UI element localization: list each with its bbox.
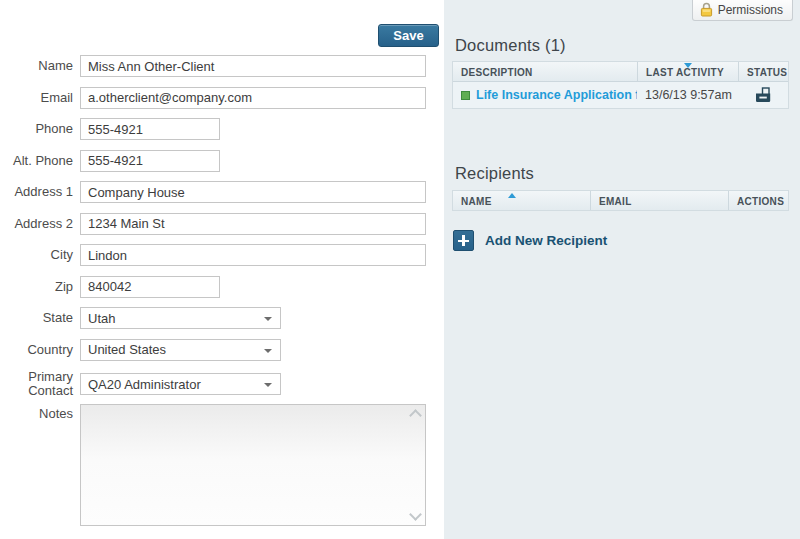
alt-phone-field[interactable] [80,150,220,172]
documents-section-title: Documents (1) [455,36,566,55]
sort-desc-icon [684,63,692,68]
printer-icon[interactable] [753,87,773,104]
form-row-name: Name [0,55,444,77]
documents-column-status[interactable]: STATUS [738,62,788,81]
recipients-table-header: NAME EMAIL ACTIONS [453,191,788,210]
table-row: Life Insurance Application for... 13/6/1… [453,82,788,108]
zip-field[interactable] [80,276,220,298]
plus-icon [453,230,474,251]
form-row-state: State Utah [0,307,444,329]
recipients-table: NAME EMAIL ACTIONS [452,190,789,211]
form-row-city: City [0,244,444,266]
save-button[interactable]: Save [378,24,439,47]
sort-asc-icon [508,193,516,198]
zip-label: Zip [0,280,73,294]
primary-contact-select-value: QA20 Administrator [88,377,201,392]
phone-label: Phone [0,122,73,136]
alt-phone-label: Alt. Phone [0,154,73,168]
recipients-section-title: Recipients [455,164,534,183]
documents-table: DESCRIPTION LAST ACTIVITY STATUS Life In… [452,61,789,109]
state-select[interactable]: Utah [80,307,281,329]
chevron-down-icon [264,349,272,353]
form-row-email: Email [0,87,444,109]
notes-field[interactable] [81,405,407,525]
form-row-country: Country United States [0,339,444,361]
recipients-column-name[interactable]: NAME [453,191,590,210]
city-label: City [0,248,73,262]
address2-label: Address 2 [0,217,73,231]
email-label: Email [0,91,73,105]
form-row-zip: Zip [0,276,444,298]
document-last-activity-cell: 13/6/13 9:57am [637,82,738,108]
form-row-alt-phone: Alt. Phone [0,150,444,172]
notes-field-container [80,404,426,526]
recipients-column-actions[interactable]: ACTIONS [728,191,788,210]
form-row-address1: Address 1 [0,181,444,203]
document-link[interactable]: Life Insurance Application for... [476,88,637,102]
state-label: State [0,311,73,325]
address1-label: Address 1 [0,185,73,199]
country-select[interactable]: United States [80,339,281,361]
primary-contact-select[interactable]: QA20 Administrator [80,373,281,395]
email-field[interactable] [80,87,426,109]
form-row-phone: Phone [0,118,444,140]
chevron-down-icon [264,383,272,387]
document-status-cell [738,82,788,108]
form-row-notes: Notes [0,404,444,526]
add-recipient-label: Add New Recipient [485,233,607,248]
form-row-primary-contact: Primary Contact QA20 Administrator [0,370,444,398]
city-field[interactable] [80,244,426,266]
primary-contact-label: Primary Contact [0,370,73,398]
document-square-icon [461,91,470,100]
notes-label: Notes [0,404,73,421]
documents-column-description[interactable]: DESCRIPTION [453,62,637,81]
country-select-value: United States [88,342,166,357]
country-label: Country [0,343,73,357]
name-field[interactable] [80,55,426,77]
notes-scrollbar[interactable] [407,407,423,523]
permissions-button-label: Permissions [718,3,783,17]
documents-column-last-activity[interactable]: LAST ACTIVITY [637,62,738,81]
phone-field[interactable] [80,118,220,140]
add-recipient-button[interactable]: Add New Recipient [453,230,607,251]
recipients-column-email[interactable]: EMAIL [590,191,728,210]
documents-table-header: DESCRIPTION LAST ACTIVITY STATUS [453,62,788,82]
scroll-down-icon[interactable] [409,508,422,521]
form-row-address2: Address 2 [0,213,444,235]
address2-field[interactable] [80,213,426,235]
contact-form: Name Email Phone Alt. Phone Address 1 Ad… [0,55,444,536]
lock-icon [700,2,713,17]
document-description-cell: Life Insurance Application for... [453,82,637,108]
chevron-down-icon [264,317,272,321]
permissions-button[interactable]: Permissions [692,0,793,21]
details-pane: Permissions Documents (1) DESCRIPTION LA… [444,0,800,539]
scroll-up-icon[interactable] [409,409,422,422]
name-label: Name [0,59,73,73]
address1-field[interactable] [80,181,426,203]
contact-form-pane: Save Name Email Phone Alt. Phone Address… [0,0,444,539]
state-select-value: Utah [88,311,115,326]
